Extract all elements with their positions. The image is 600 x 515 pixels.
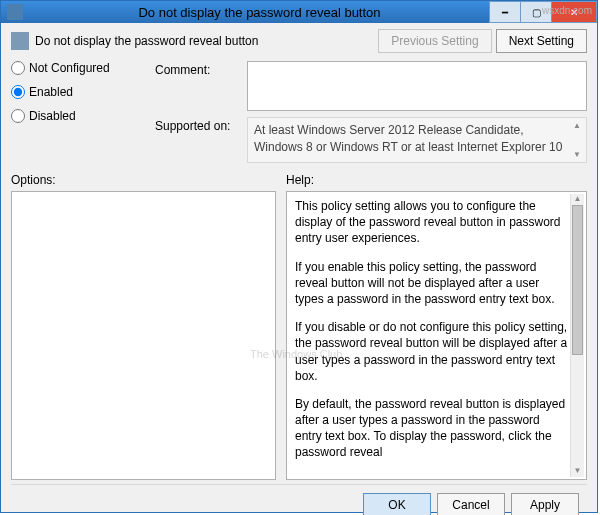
footer-buttons: OK Cancel Apply — [11, 484, 587, 515]
titlebar: Do not display the password reveal butto… — [1, 1, 597, 23]
help-paragraph-3: If you disable or do not configure this … — [295, 319, 568, 384]
source-watermark: wsxdn.com — [542, 5, 592, 16]
supported-on-value: At least Windows Server 2012 Release Can… — [254, 123, 562, 154]
comment-input[interactable] — [247, 61, 587, 111]
help-paragraph-1: This policy setting allows you to config… — [295, 198, 568, 247]
supported-label: Supported on: — [155, 117, 239, 163]
state-radio-group: Not Configured Enabled Disabled — [11, 61, 141, 163]
scroll-up-icon: ▲ — [571, 194, 584, 205]
minimize-icon: ━ — [502, 7, 508, 18]
apply-button[interactable]: Apply — [511, 493, 579, 515]
scroll-up-icon: ▲ — [570, 120, 584, 131]
fields-column: Comment: Supported on: At least Windows … — [155, 61, 587, 163]
policy-icon — [11, 32, 29, 50]
help-column: Help: This policy setting allows you to … — [286, 173, 587, 480]
previous-setting-button[interactable]: Previous Setting — [378, 29, 491, 53]
app-icon — [7, 4, 23, 20]
help-paragraph-2: If you enable this policy setting, the p… — [295, 259, 568, 308]
minimize-button[interactable]: ━ — [489, 1, 521, 23]
next-setting-button[interactable]: Next Setting — [496, 29, 587, 53]
supported-on-text: At least Windows Server 2012 Release Can… — [247, 117, 587, 163]
dialog-window: Do not display the password reveal butto… — [0, 0, 598, 513]
scroll-down-icon: ▼ — [571, 466, 584, 477]
ok-button[interactable]: OK — [363, 493, 431, 515]
policy-title: Do not display the password reveal butto… — [35, 34, 378, 48]
help-box: This policy setting allows you to config… — [286, 191, 587, 480]
options-label: Options: — [11, 173, 276, 187]
cancel-button[interactable]: Cancel — [437, 493, 505, 515]
radio-disabled-input[interactable] — [11, 109, 25, 123]
comment-row: Comment: — [155, 61, 587, 111]
radio-not-configured[interactable]: Not Configured — [11, 61, 141, 75]
window-title: Do not display the password reveal butto… — [29, 5, 490, 20]
maximize-icon: ▢ — [532, 7, 541, 18]
radio-not-configured-label: Not Configured — [29, 61, 110, 75]
scroll-down-icon: ▼ — [570, 149, 584, 160]
comment-label: Comment: — [155, 61, 239, 111]
radio-not-configured-input[interactable] — [11, 61, 25, 75]
radio-disabled-label: Disabled — [29, 109, 76, 123]
radio-enabled-input[interactable] — [11, 85, 25, 99]
upper-section: Not Configured Enabled Disabled Comment: — [11, 61, 587, 163]
lower-section: Options: Help: This policy setting allow… — [11, 173, 587, 480]
supported-scrollbar[interactable]: ▲ ▼ — [570, 120, 584, 160]
scrollbar-track[interactable] — [571, 205, 584, 466]
header-row: Do not display the password reveal butto… — [11, 29, 587, 53]
help-label: Help: — [286, 173, 587, 187]
radio-disabled[interactable]: Disabled — [11, 109, 141, 123]
options-column: Options: — [11, 173, 276, 480]
nav-buttons: Previous Setting Next Setting — [378, 29, 587, 53]
options-box[interactable] — [11, 191, 276, 480]
supported-row: Supported on: At least Windows Server 20… — [155, 117, 587, 163]
help-paragraph-4: By default, the password reveal button i… — [295, 396, 568, 461]
help-scrollbar[interactable]: ▲ ▼ — [570, 194, 584, 477]
radio-enabled-label: Enabled — [29, 85, 73, 99]
content-area: Do not display the password reveal butto… — [1, 23, 597, 515]
scrollbar-thumb[interactable] — [572, 205, 583, 355]
radio-enabled[interactable]: Enabled — [11, 85, 141, 99]
